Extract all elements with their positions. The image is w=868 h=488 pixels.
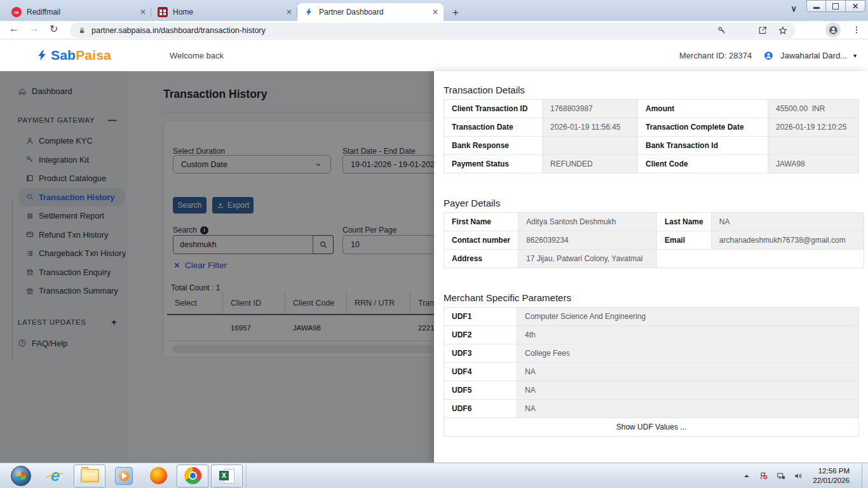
udf-table: UDF1Computer Science And EngineeringUDF2… [444,307,859,437]
browser-toolbar: ← → ↻ partner.sabpaisa.in/dashboard/tran… [0,21,868,39]
network-icon[interactable] [776,471,786,481]
brand-text: SabPaisa [51,48,111,63]
browser-tabstrip: reRediffmail✕Home✕Partner Dashboard✕+ ∨ … [0,0,868,21]
volume-icon[interactable] [793,471,803,481]
tab-list: reRediffmail✕Home✕Partner Dashboard✕+ [5,3,464,21]
chrome-icon [184,467,201,484]
detail-cell-label: Contact number [444,231,519,250]
start-button[interactable] [5,464,37,487]
taskbar: e 12:56 PM 22/01/2026 [0,463,868,488]
show-udf-values-link[interactable]: Show UDF Values ... [444,418,859,437]
taskbar-apps: e [4,463,244,488]
tab-search-caret-icon[interactable]: ∨ [790,4,797,13]
file-explorer[interactable] [74,464,105,487]
browser-tab-partner-dashboard[interactable]: Partner Dashboard✕ [297,3,444,21]
detail-cell-value: College Fees [517,344,859,363]
tab-close-icon[interactable]: ✕ [286,8,292,17]
detail-row: UDF5NA [444,381,859,400]
detail-cell-label: Amount [638,100,768,118]
action-center-icon[interactable] [759,471,769,481]
home-red-favicon-icon [158,7,168,17]
system-tray: 12:56 PM 22/01/2026 [742,463,868,488]
clock-date: 22/01/2026 [813,476,850,485]
detail-row: Bank ResponseBank Transaction Id [444,137,859,155]
detail-cell-label: First Name [444,213,519,231]
tray-expand-icon[interactable] [742,471,752,481]
detail-cell-value: 45500.00 INR [768,100,859,118]
internet-explorer[interactable]: e [39,464,71,487]
close-button[interactable]: ✕ [846,0,865,12]
address-bar[interactable]: partner.sabpaisa.in/dashboard/transactio… [70,23,796,38]
page-body: Dashboard PAYMENT GATEWAY — Complete KYC… [0,71,868,463]
detail-row: Contact number8626039234Emailarchanadesh… [444,231,864,250]
detail-cell-label: UDF1 [444,308,517,326]
detail-cell-value: REFUNDED [543,155,638,173]
omnibox-icons [717,25,788,36]
profile-icon[interactable] [825,22,841,37]
menu-icon[interactable] [851,25,862,35]
wmp-icon [115,467,133,485]
reload-icon[interactable]: ↻ [50,23,58,35]
zoom-out-icon[interactable] [737,25,747,36]
detail-cell-value: 17 Jijau, Patwari Colony, Yavatmal [519,250,657,268]
section-title-merchant-specific-parameters: Merchant Specific Parameters [444,292,571,303]
detail-cell-label: UDF3 [444,344,517,363]
user-menu-caret-icon[interactable]: ▾ [853,52,857,59]
detail-cell-value: Aditya Santosh Deshmukh [519,213,657,231]
detail-cell-label: UDF5 [444,381,517,400]
lightning-icon [36,48,48,63]
media-player[interactable] [108,464,140,487]
url-text[interactable]: partner.sabpaisa.in/dashboard/transactio… [92,26,717,35]
detail-cell-value [768,137,859,155]
detail-cell-label: Bank Transaction Id [638,137,768,155]
detail-cell-label: UDF6 [444,400,517,418]
tab-close-icon[interactable]: ✕ [140,8,146,17]
chrome[interactable] [177,464,208,487]
browser-tab-home[interactable]: Home✕ [151,3,297,21]
firefox[interactable] [142,464,174,487]
toolbar-right-icons [804,22,862,37]
detail-cell-value: 2026-01-19 11:56:45 [543,118,638,137]
detail-cell-label: Client Code [638,155,768,173]
side-panel-icon[interactable] [804,25,815,35]
new-tab-button[interactable]: + [447,4,464,21]
tab-close-icon[interactable]: ✕ [432,8,438,17]
detail-cell-value: NA [517,363,859,381]
detail-cell-value: 4th [517,326,859,344]
clock-time: 12:56 PM [813,466,850,476]
detail-cell-value: 8626039234 [519,231,657,250]
detail-row: UDF24th [444,326,859,344]
back-arrow-icon[interactable]: ← [9,23,19,34]
minimize-button[interactable] [806,0,826,12]
sabpaisa-logo[interactable]: SabPaisa [36,48,111,63]
taskbar-clock[interactable]: 12:56 PM 22/01/2026 [813,466,850,485]
share-icon[interactable] [757,25,768,36]
detail-cell-value: NA [517,381,859,400]
detail-cell-value: JAWA98 [768,155,859,173]
user-menu[interactable]: Jawaharlal Dard... [780,51,847,60]
detail-cell-label: Transaction Complete Date [638,118,768,137]
detail-cell-value [543,137,638,155]
detail-row: Address17 Jijau, Patwari Colony, Yavatma… [444,250,864,268]
firefox-icon [150,467,167,484]
key-icon[interactable] [717,25,727,36]
star-icon[interactable] [778,25,788,36]
header-right: Merchant ID: 28374 Jawaharlal Dard... ▾ [679,50,857,61]
restore-button[interactable] [826,0,846,12]
forward-arrow-icon[interactable]: → [29,23,39,34]
detail-cell-label: UDF4 [444,363,517,381]
detail-cell-label: Email [657,231,712,250]
merchant-id: Merchant ID: 28374 [679,51,752,60]
detail-row: UDF6NA [444,400,859,418]
show-desktop-button[interactable] [862,463,868,488]
detail-cell-value: 2026-01-19 12:10:25 [768,118,859,137]
excel[interactable] [211,464,243,487]
folder-icon [81,469,99,482]
detail-row: Client Transaction ID1768803987Amount455… [444,100,859,118]
lock-icon [78,26,86,35]
modal-dim-overlay[interactable] [0,71,434,463]
detail-cell-label: Transaction Date [444,118,543,137]
detail-row: First NameAditya Santosh DeshmukhLast Na… [444,213,864,231]
browser-tab-rediffmail[interactable]: reRediffmail✕ [5,3,151,21]
detail-row: UDF1Computer Science And Engineering [444,308,859,326]
